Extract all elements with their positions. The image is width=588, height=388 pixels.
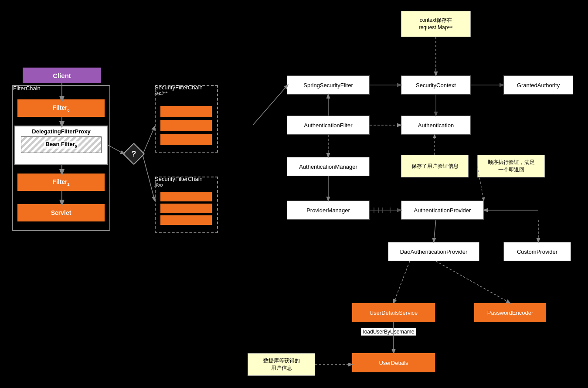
sfc-api-bar2: [160, 120, 212, 131]
svg-line-25: [436, 261, 510, 303]
context-note: context保存在request Map中: [401, 11, 471, 37]
db-note: 数据库等获得的用户信息: [248, 353, 315, 376]
auth-manager-box: AuthenticationManager: [287, 157, 370, 176]
bean-filter-box: Bean Filter0: [21, 136, 102, 153]
authentication-box: Authentication: [401, 116, 471, 135]
svg-line-5: [143, 126, 155, 154]
password-encoder-box: PasswordEncoder: [474, 303, 546, 322]
custom-provider-box: CustomProvider: [503, 242, 571, 261]
svg-line-19: [434, 220, 436, 242]
svg-line-6: [143, 156, 155, 201]
filter0-box: Filter0: [17, 99, 105, 117]
sfc-foo-label: SecurityFilterChain /foo: [155, 176, 203, 187]
sfc-foo-bar1: [160, 192, 212, 201]
diagram-container: Client FilterChain Filter0 DelegatingFil…: [0, 0, 588, 388]
question-mark: ?: [123, 143, 145, 165]
svg-line-4: [108, 145, 124, 154]
auth-filter-box: AuthenticationFilter: [287, 116, 370, 135]
has2-label: has: [423, 105, 431, 111]
sfc-foo-bar2: [160, 204, 212, 213]
filter2-box: Filter2: [17, 174, 105, 191]
seq-note: 顺序执行验证，满足一个即返回: [477, 155, 545, 177]
granted-authority-box: GrantedAuthority: [503, 75, 573, 95]
sfc-api-bar3: [160, 134, 212, 145]
svg-line-24: [394, 261, 410, 303]
client-box: Client: [23, 68, 101, 83]
has1-label: has: [376, 82, 384, 88]
sfc-api-label: SecurityFilterChain /api/**: [155, 84, 203, 96]
delegating-proxy-box: DelegatingFilterProxy Bean Filter0: [14, 126, 108, 165]
svg-line-30: [253, 85, 288, 125]
servlet-box: Servlet: [17, 204, 105, 221]
dao-provider-box: DaoAuthenticationProvider: [388, 242, 479, 261]
provider-manager-box: ProviderManager: [287, 201, 370, 220]
user-details-service-box: UserDetailsService: [352, 303, 435, 322]
user-details-box: UserDetails: [352, 353, 435, 372]
security-context-box: SecurityContext: [401, 75, 471, 95]
spring-security-filter-box: SpringSecurityFilter: [287, 75, 370, 95]
auth-provider-box: AuthenticationProvider: [401, 201, 484, 220]
n-label: n: [500, 100, 503, 106]
one-label: 1: [474, 121, 477, 127]
sfc-foo-bar3: [160, 215, 212, 225]
saved-auth-note: 保存了用户验证信息: [401, 155, 469, 177]
sfc-api-bar1: [160, 106, 212, 117]
load-by-username-label: loadUserByUsername: [361, 328, 416, 336]
